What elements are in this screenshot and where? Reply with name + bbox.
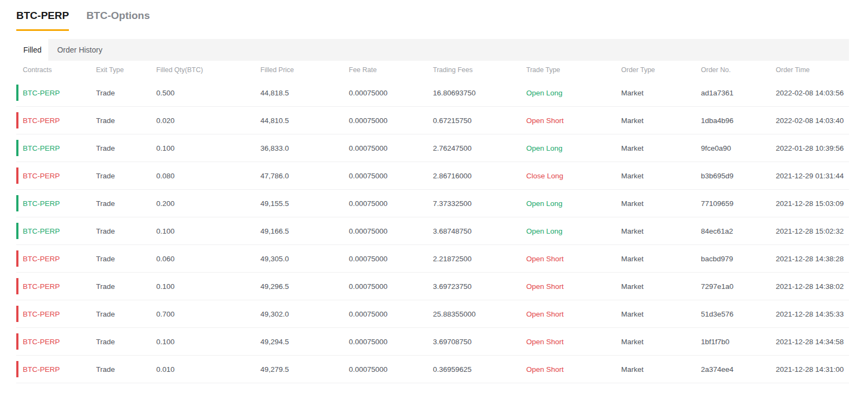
cell-order-time: 2021-12-28 14:35:33 — [776, 310, 849, 318]
cell-trade-type: Open Short — [526, 282, 621, 291]
contract-label: BTC-PERP — [23, 338, 60, 346]
cell-trading-fees: 2.21872500 — [433, 255, 526, 263]
cell-exit-type: Trade — [96, 310, 156, 318]
cell-order-type: Market — [621, 117, 701, 125]
cell-filled-price: 49,305.0 — [260, 255, 349, 263]
contract-label: BTC-PERP — [23, 199, 60, 208]
cell-fee-rate: 0.00075000 — [349, 172, 433, 180]
cell-order-type: Market — [621, 199, 701, 208]
cell-trade-type: Open Long — [526, 227, 621, 235]
cell-filled-qty: 0.100 — [156, 227, 260, 235]
cell-exit-type: Trade — [96, 89, 156, 97]
table-row: BTC-PERPTrade0.10049,294.50.000750003.69… — [16, 328, 849, 356]
side-indicator-bar — [16, 250, 18, 267]
cell-fee-rate: 0.00075000 — [349, 117, 433, 125]
contract-label: BTC-PERP — [23, 144, 60, 152]
cell-order-no: 2a374ee4 — [701, 365, 776, 373]
table-row: BTC-PERPTrade0.10049,166.50.000750003.68… — [16, 217, 849, 245]
cell-contract: BTC-PERP — [16, 278, 96, 294]
cell-order-no: 9fce0a90 — [701, 144, 776, 152]
table-row: BTC-PERPTrade0.02044,810.50.000750000.67… — [16, 107, 849, 134]
cell-order-no: 1bf1f7b0 — [701, 338, 776, 346]
table-row: BTC-PERPTrade0.20049,155.50.000750007.37… — [16, 190, 849, 217]
cell-trading-fees: 16.80693750 — [433, 89, 526, 97]
cell-order-time: 2022-02-08 14:03:40 — [776, 117, 849, 125]
cell-trade-type: Close Long — [526, 172, 621, 180]
cell-order-no: b3b695d9 — [701, 172, 776, 180]
side-indicator-bar — [16, 195, 18, 211]
side-indicator-bar — [16, 167, 18, 184]
cell-exit-type: Trade — [96, 117, 156, 125]
cell-order-type: Market — [621, 227, 701, 235]
cell-contract: BTC-PERP — [16, 112, 96, 128]
cell-order-time: 2022-02-08 14:03:56 — [776, 89, 849, 97]
cell-exit-type: Trade — [96, 338, 156, 346]
cell-exit-type: Trade — [96, 144, 156, 152]
cell-filled-qty: 0.010 — [156, 365, 260, 373]
side-indicator-bar — [16, 112, 18, 128]
cell-order-type: Market — [621, 282, 701, 291]
table-row: BTC-PERPTrade0.08047,786.00.000750002.86… — [16, 162, 849, 190]
contract-label: BTC-PERP — [23, 89, 60, 97]
cell-exit-type: Trade — [96, 199, 156, 208]
side-indicator-bar — [16, 140, 18, 156]
side-indicator-bar — [16, 333, 18, 350]
cell-filled-price: 49,302.0 — [260, 310, 349, 318]
cell-trade-type: Open Short — [526, 310, 621, 318]
cell-trade-type: Open Short — [526, 255, 621, 263]
cell-filled-qty: 0.100 — [156, 338, 260, 346]
tab-btc-options[interactable]: BTC-Options — [86, 8, 150, 31]
cell-fee-rate: 0.00075000 — [349, 310, 433, 318]
cell-contract: BTC-PERP — [16, 250, 96, 267]
cell-fee-rate: 0.00075000 — [349, 227, 433, 235]
cell-order-time: 2022-01-28 10:39:56 — [776, 144, 849, 152]
side-indicator-bar — [16, 306, 18, 322]
cell-order-time: 2021-12-28 14:31:00 — [776, 365, 849, 373]
cell-order-type: Market — [621, 310, 701, 318]
subtab-order-history[interactable]: Order History — [48, 39, 111, 61]
cell-filled-price: 49,294.5 — [260, 338, 349, 346]
cell-contract: BTC-PERP — [16, 140, 96, 156]
cell-exit-type: Trade — [96, 282, 156, 291]
order-subtabs: Filled Order History — [16, 39, 849, 61]
table-row: BTC-PERPTrade0.10036,833.00.000750002.76… — [16, 134, 849, 162]
cell-filled-price: 36,833.0 — [260, 144, 349, 152]
cell-trading-fees: 2.86716000 — [433, 172, 526, 180]
contract-label: BTC-PERP — [23, 172, 60, 180]
contract-label: BTC-PERP — [23, 365, 60, 373]
cell-filled-qty: 0.500 — [156, 89, 260, 97]
column-header-order-type: Order Type — [621, 66, 701, 74]
cell-trading-fees: 3.68748750 — [433, 227, 526, 235]
table-row: BTC-PERPTrade0.06049,305.00.000750002.21… — [16, 245, 849, 273]
cell-trading-fees: 25.88355000 — [433, 310, 526, 318]
tab-btc-perp[interactable]: BTC-PERP — [16, 8, 69, 31]
cell-order-no: 51d3e576 — [701, 310, 776, 318]
table-row: BTC-PERPTrade0.50044,818.50.0007500016.8… — [16, 79, 849, 107]
filled-orders-table: ContractsExit TypeFilled Qty(BTC)Filled … — [16, 61, 849, 383]
table-row: BTC-PERPTrade0.70049,302.00.0007500025.8… — [16, 300, 849, 328]
cell-trade-type: Open Long — [526, 89, 621, 97]
cell-filled-qty: 0.060 — [156, 255, 260, 263]
cell-filled-price: 44,818.5 — [260, 89, 349, 97]
contract-label: BTC-PERP — [23, 255, 60, 263]
cell-order-time: 2021-12-28 14:38:02 — [776, 282, 849, 291]
cell-filled-qty: 0.080 — [156, 172, 260, 180]
subtab-filled[interactable]: Filled — [16, 39, 48, 61]
cell-order-type: Market — [621, 89, 701, 97]
cell-trade-type: Open Short — [526, 117, 621, 125]
cell-fee-rate: 0.00075000 — [349, 89, 433, 97]
cell-trading-fees: 7.37332500 — [433, 199, 526, 208]
cell-order-time: 2021-12-29 01:31:44 — [776, 172, 849, 180]
cell-exit-type: Trade — [96, 227, 156, 235]
column-header-filled-qty-btc: Filled Qty(BTC) — [156, 66, 260, 74]
cell-filled-qty: 0.100 — [156, 282, 260, 291]
cell-filled-price: 44,810.5 — [260, 117, 349, 125]
cell-fee-rate: 0.00075000 — [349, 144, 433, 152]
cell-filled-price: 49,279.5 — [260, 365, 349, 373]
cell-trading-fees: 3.69723750 — [433, 282, 526, 291]
cell-trading-fees: 2.76247500 — [433, 144, 526, 152]
column-header-exit-type: Exit Type — [96, 66, 156, 74]
cell-trade-type: Open Short — [526, 365, 621, 373]
cell-filled-qty: 0.700 — [156, 310, 260, 318]
cell-order-type: Market — [621, 172, 701, 180]
